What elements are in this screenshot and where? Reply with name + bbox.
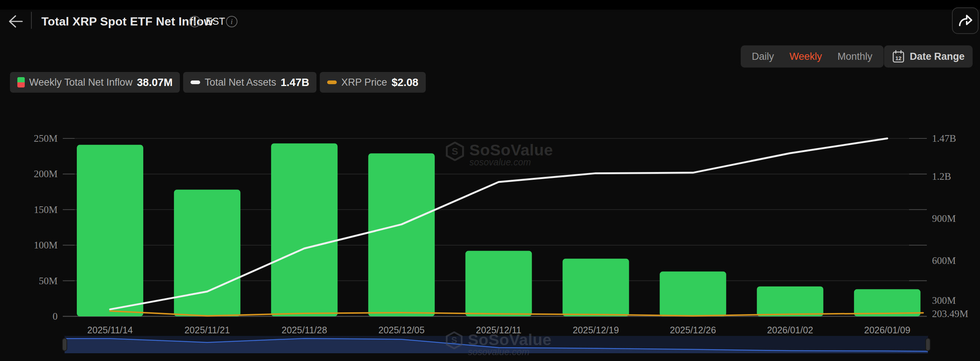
right-axis-label: 203.49M [932, 308, 968, 319]
right-axis-label: 1.47B [932, 133, 956, 144]
right-axis-label: 300M [932, 295, 956, 306]
x-axis-date-label: 2025/11/21 [184, 325, 230, 335]
x-axis-date-label: 2025/12/11 [476, 325, 522, 335]
x-axis-date-label: 2025/12/19 [573, 325, 619, 335]
inflow-bar[interactable] [77, 145, 143, 316]
inflow-bar[interactable] [757, 286, 823, 316]
inflow-bar[interactable] [368, 153, 434, 316]
x-axis-date-label: 2025/12/26 [670, 325, 716, 335]
left-axis-label: 150M [33, 204, 57, 215]
inflow-bar[interactable] [271, 143, 337, 316]
right-axis-label: 900M [932, 213, 956, 224]
left-axis-label: 250M [33, 133, 57, 144]
inflow-bar[interactable] [465, 251, 532, 316]
x-axis-date-label: 2026/01/09 [864, 325, 910, 335]
left-axis-label: 100M [33, 240, 57, 251]
navigator-left-handle[interactable] [62, 339, 67, 351]
chart-canvas: 250M200M150M100M50M01.47B1.2B900M600M300… [0, 0, 980, 361]
navigator-right-handle[interactable] [926, 339, 930, 351]
left-axis-label: 200M [33, 168, 57, 180]
x-axis-date-label: 2025/11/14 [87, 325, 132, 335]
x-axis-date-label: 2025/11/28 [282, 325, 327, 335]
right-axis-label: 1.2B [932, 171, 951, 182]
left-axis-label: 50M [39, 275, 57, 286]
left-axis-label: 0 [53, 311, 58, 322]
x-axis-date-label: 2025/12/05 [379, 325, 425, 335]
inflow-bar[interactable] [660, 272, 726, 316]
right-axis-label: 600M [932, 255, 956, 266]
inflow-bar[interactable] [563, 259, 629, 316]
inflow-bar[interactable] [174, 190, 240, 316]
x-axis-date-label: 2026/01/02 [767, 325, 813, 335]
